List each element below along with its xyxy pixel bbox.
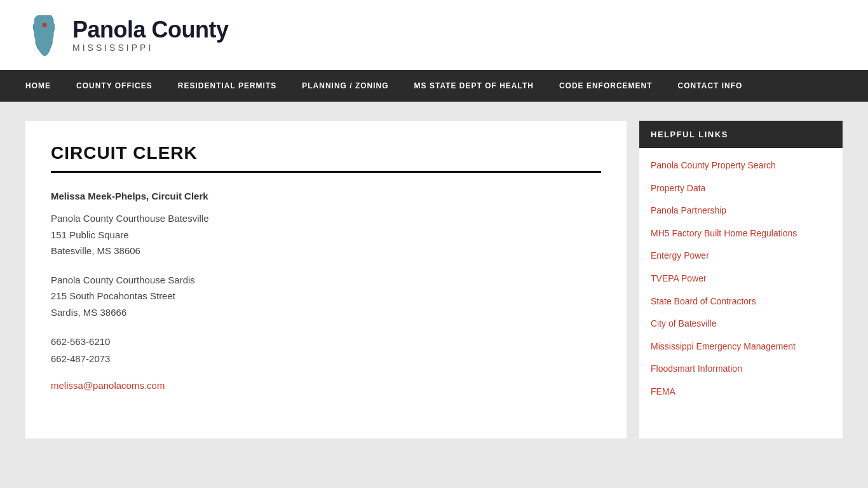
nav-item-code-enforcement[interactable]: CODE ENFORCEMENT xyxy=(546,70,665,102)
phone-numbers: 662-563-6210 662-487-2073 xyxy=(51,333,601,367)
site-state: MISSISSIPPI xyxy=(72,43,229,53)
sidebar-link-floodsmart[interactable]: Floodsmart Information xyxy=(639,358,843,381)
site-name: Panola County xyxy=(72,17,229,43)
clerk-name: Melissa Meek-Phelps, Circuit Clerk xyxy=(51,191,601,201)
sidebar-link-state-board-contractors[interactable]: State Board of Contractors xyxy=(639,290,843,313)
address1-line3: Batesville, MS 38606 xyxy=(51,245,140,256)
main-content-area: CIRCUIT CLERK Melissa Meek-Phelps, Circu… xyxy=(0,102,868,458)
nav-item-contact-info[interactable]: CONTACT INFO xyxy=(665,70,756,102)
address2-line1: Panola County Courthouse Sardis xyxy=(51,274,195,285)
main-navigation: HOMECOUNTY OFFICESRESIDENTIAL PERMITSPLA… xyxy=(0,70,868,102)
sidebar-link-ms-emergency-mgmt[interactable]: Mississippi Emergency Management xyxy=(639,336,843,358)
address-batesville: Panola County Courthouse Batesville 151 … xyxy=(51,210,601,259)
mississippi-state-icon xyxy=(25,13,64,57)
sidebar-link-tvepa-power[interactable]: TVEPA Power xyxy=(639,268,843,290)
sidebar-link-fema[interactable]: FEMA xyxy=(639,381,843,403)
address2-line3: Sardis, MS 38666 xyxy=(51,307,126,318)
nav-item-residential-permits[interactable]: RESIDENTIAL PERMITS xyxy=(165,70,289,102)
title-divider xyxy=(51,171,601,173)
site-header: Panola County MISSISSIPPI xyxy=(0,0,868,70)
sidebar-link-panola-property-search[interactable]: Panola County Property Search xyxy=(639,154,843,177)
address1-line2: 151 Public Square xyxy=(51,229,129,240)
nav-item-county-offices[interactable]: COUNTY OFFICES xyxy=(64,70,165,102)
sidebar-link-mh5-factory[interactable]: MH5 Factory Built Home Regulations xyxy=(639,222,843,245)
svg-point-0 xyxy=(43,23,47,27)
sidebar-link-property-data[interactable]: Property Data xyxy=(639,177,843,200)
address2-line2: 215 South Pocahontas Street xyxy=(51,290,175,301)
helpful-links-list: Panola County Property SearchProperty Da… xyxy=(639,148,843,410)
nav-item-planning-zoning[interactable]: PLANNING / ZONING xyxy=(289,70,401,102)
address1-line1: Panola County Courthouse Batesville xyxy=(51,213,208,224)
phone1: 662-563-6210 xyxy=(51,336,110,347)
sidebar-link-panola-partnership[interactable]: Panola Partnership xyxy=(639,200,843,222)
page-title: CIRCUIT CLERK xyxy=(51,143,601,163)
nav-item-home[interactable]: HOME xyxy=(13,70,64,102)
phone2: 662-487-2073 xyxy=(51,353,110,364)
helpful-links-header: HELPFUL LINKS xyxy=(639,121,843,148)
address-sardis: Panola County Courthouse Sardis 215 Sout… xyxy=(51,272,601,321)
email-link[interactable]: melissa@panolacoms.com xyxy=(51,380,165,391)
right-sidebar: HELPFUL LINKS Panola County Property Sea… xyxy=(639,121,843,438)
sidebar-link-city-batesville[interactable]: City of Batesville xyxy=(639,313,843,336)
nav-item-ms-state-dept-health[interactable]: MS STATE DEPT OF HEALTH xyxy=(402,70,546,102)
logo-text: Panola County MISSISSIPPI xyxy=(72,17,229,53)
sidebar-link-entergy-power[interactable]: Entergy Power xyxy=(639,245,843,268)
main-panel: CIRCUIT CLERK Melissa Meek-Phelps, Circu… xyxy=(25,121,627,438)
logo[interactable]: Panola County MISSISSIPPI xyxy=(25,13,229,57)
